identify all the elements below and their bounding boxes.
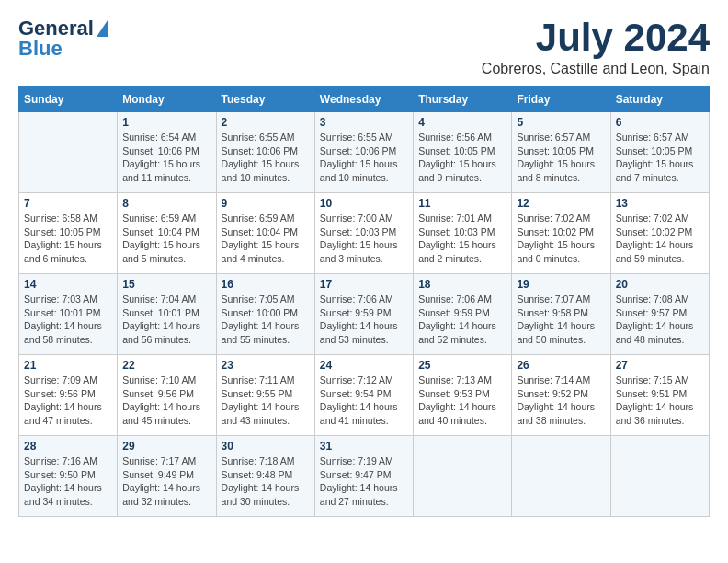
weekday-header-monday: Monday: [118, 87, 216, 112]
day-info: Sunrise: 7:05 AM Sunset: 10:00 PM Daylig…: [222, 293, 310, 347]
empty-cell: [414, 436, 512, 517]
calendar-day-cell: 26Sunrise: 7:14 AM Sunset: 9:52 PM Dayli…: [512, 355, 610, 436]
calendar-day-cell: 13Sunrise: 7:02 AM Sunset: 10:02 PM Dayl…: [610, 193, 709, 274]
calendar-day-cell: 1Sunrise: 6:54 AM Sunset: 10:06 PM Dayli…: [118, 112, 216, 193]
day-info: Sunrise: 7:06 AM Sunset: 9:59 PM Dayligh…: [320, 293, 408, 347]
day-info: Sunrise: 7:16 AM Sunset: 9:50 PM Dayligh…: [24, 454, 112, 509]
day-number: 23: [222, 359, 310, 372]
day-number: 7: [24, 197, 112, 210]
day-number: 24: [320, 359, 408, 372]
day-number: 17: [320, 278, 408, 291]
day-number: 14: [24, 278, 112, 291]
day-number: 11: [418, 197, 506, 210]
day-number: 4: [418, 116, 506, 129]
weekday-header-tuesday: Tuesday: [216, 87, 314, 112]
calendar-day-cell: 17Sunrise: 7:06 AM Sunset: 9:59 PM Dayli…: [314, 274, 413, 355]
day-number: 8: [122, 197, 210, 210]
empty-cell: [610, 436, 709, 517]
page-header: General Blue July 2024 Cobreros, Castill…: [18, 18, 710, 77]
day-info: Sunrise: 6:57 AM Sunset: 10:05 PM Daylig…: [517, 131, 605, 185]
day-number: 20: [616, 278, 704, 291]
day-number: 27: [616, 359, 704, 372]
calendar-table: SundayMondayTuesdayWednesdayThursdayFrid…: [18, 86, 710, 517]
day-info: Sunrise: 7:11 AM Sunset: 9:55 PM Dayligh…: [222, 373, 310, 428]
weekday-header-friday: Friday: [512, 87, 610, 112]
month-title: July 2024: [482, 18, 710, 57]
calendar-day-cell: 28Sunrise: 7:16 AM Sunset: 9:50 PM Dayli…: [19, 436, 118, 517]
calendar-week-row: 21Sunrise: 7:09 AM Sunset: 9:56 PM Dayli…: [19, 355, 710, 436]
logo-blue: Blue: [18, 39, 63, 59]
calendar-week-row: 7Sunrise: 6:58 AM Sunset: 10:05 PM Dayli…: [19, 193, 710, 274]
day-info: Sunrise: 6:59 AM Sunset: 10:04 PM Daylig…: [122, 212, 210, 266]
day-number: 22: [122, 359, 210, 372]
day-number: 1: [122, 116, 210, 129]
day-number: 5: [517, 116, 605, 129]
logo: General Blue: [18, 18, 108, 59]
day-info: Sunrise: 7:03 AM Sunset: 10:01 PM Daylig…: [24, 293, 112, 347]
day-info: Sunrise: 7:07 AM Sunset: 9:58 PM Dayligh…: [517, 293, 605, 347]
day-info: Sunrise: 6:56 AM Sunset: 10:05 PM Daylig…: [418, 131, 506, 185]
weekday-header-wednesday: Wednesday: [314, 87, 413, 112]
day-number: 25: [418, 359, 506, 372]
day-info: Sunrise: 7:06 AM Sunset: 9:59 PM Dayligh…: [418, 293, 506, 347]
calendar-day-cell: 2Sunrise: 6:55 AM Sunset: 10:06 PM Dayli…: [216, 112, 314, 193]
calendar-day-cell: 12Sunrise: 7:02 AM Sunset: 10:02 PM Dayl…: [512, 193, 610, 274]
calendar-day-cell: 7Sunrise: 6:58 AM Sunset: 10:05 PM Dayli…: [19, 193, 118, 274]
calendar-day-cell: 29Sunrise: 7:17 AM Sunset: 9:49 PM Dayli…: [118, 436, 216, 517]
weekday-header-thursday: Thursday: [414, 87, 512, 112]
calendar-day-cell: 15Sunrise: 7:04 AM Sunset: 10:01 PM Dayl…: [118, 274, 216, 355]
calendar-day-cell: 4Sunrise: 6:56 AM Sunset: 10:05 PM Dayli…: [414, 112, 512, 193]
calendar-week-row: 28Sunrise: 7:16 AM Sunset: 9:50 PM Dayli…: [19, 436, 710, 517]
day-info: Sunrise: 7:15 AM Sunset: 9:51 PM Dayligh…: [616, 373, 704, 428]
calendar-day-cell: 5Sunrise: 6:57 AM Sunset: 10:05 PM Dayli…: [512, 112, 610, 193]
calendar-day-cell: 24Sunrise: 7:12 AM Sunset: 9:54 PM Dayli…: [314, 355, 413, 436]
calendar-day-cell: 19Sunrise: 7:07 AM Sunset: 9:58 PM Dayli…: [512, 274, 610, 355]
logo-general: General: [18, 18, 94, 39]
calendar-day-cell: 31Sunrise: 7:19 AM Sunset: 9:47 PM Dayli…: [314, 436, 413, 517]
day-number: 16: [222, 278, 310, 291]
day-info: Sunrise: 7:19 AM Sunset: 9:47 PM Dayligh…: [320, 454, 408, 509]
empty-cell: [512, 436, 610, 517]
logo-triangle-icon: [97, 20, 108, 37]
day-number: 3: [320, 116, 408, 129]
empty-cell: [19, 112, 118, 193]
calendar-day-cell: 6Sunrise: 6:57 AM Sunset: 10:05 PM Dayli…: [610, 112, 709, 193]
calendar-week-row: 14Sunrise: 7:03 AM Sunset: 10:01 PM Dayl…: [19, 274, 710, 355]
day-info: Sunrise: 7:17 AM Sunset: 9:49 PM Dayligh…: [122, 454, 210, 509]
day-number: 13: [616, 197, 704, 210]
day-number: 6: [616, 116, 704, 129]
day-number: 12: [517, 197, 605, 210]
calendar-day-cell: 20Sunrise: 7:08 AM Sunset: 9:57 PM Dayli…: [610, 274, 709, 355]
calendar-day-cell: 25Sunrise: 7:13 AM Sunset: 9:53 PM Dayli…: [414, 355, 512, 436]
day-info: Sunrise: 7:02 AM Sunset: 10:02 PM Daylig…: [616, 212, 704, 266]
day-number: 15: [122, 278, 210, 291]
day-info: Sunrise: 7:12 AM Sunset: 9:54 PM Dayligh…: [320, 373, 408, 428]
calendar-day-cell: 22Sunrise: 7:10 AM Sunset: 9:56 PM Dayli…: [118, 355, 216, 436]
calendar-day-cell: 16Sunrise: 7:05 AM Sunset: 10:00 PM Dayl…: [216, 274, 314, 355]
day-number: 31: [320, 440, 408, 453]
day-info: Sunrise: 7:01 AM Sunset: 10:03 PM Daylig…: [418, 212, 506, 266]
day-info: Sunrise: 7:00 AM Sunset: 10:03 PM Daylig…: [320, 212, 408, 266]
day-info: Sunrise: 6:55 AM Sunset: 10:06 PM Daylig…: [320, 131, 408, 185]
day-info: Sunrise: 7:04 AM Sunset: 10:01 PM Daylig…: [122, 293, 210, 347]
weekday-header-saturday: Saturday: [610, 87, 709, 112]
day-number: 9: [222, 197, 310, 210]
location-title: Cobreros, Castille and Leon, Spain: [482, 61, 710, 77]
weekday-header-sunday: Sunday: [19, 87, 118, 112]
calendar-day-cell: 9Sunrise: 6:59 AM Sunset: 10:04 PM Dayli…: [216, 193, 314, 274]
calendar-day-cell: 27Sunrise: 7:15 AM Sunset: 9:51 PM Dayli…: [610, 355, 709, 436]
calendar-day-cell: 18Sunrise: 7:06 AM Sunset: 9:59 PM Dayli…: [414, 274, 512, 355]
day-number: 2: [222, 116, 310, 129]
day-info: Sunrise: 6:58 AM Sunset: 10:05 PM Daylig…: [24, 212, 112, 266]
day-number: 26: [517, 359, 605, 372]
day-info: Sunrise: 7:08 AM Sunset: 9:57 PM Dayligh…: [616, 293, 704, 347]
calendar-day-cell: 30Sunrise: 7:18 AM Sunset: 9:48 PM Dayli…: [216, 436, 314, 517]
title-block: July 2024 Cobreros, Castille and Leon, S…: [482, 18, 710, 77]
day-info: Sunrise: 7:02 AM Sunset: 10:02 PM Daylig…: [517, 212, 605, 266]
calendar-day-cell: 11Sunrise: 7:01 AM Sunset: 10:03 PM Dayl…: [414, 193, 512, 274]
day-info: Sunrise: 7:13 AM Sunset: 9:53 PM Dayligh…: [418, 373, 506, 428]
calendar-week-row: 1Sunrise: 6:54 AM Sunset: 10:06 PM Dayli…: [19, 112, 710, 193]
day-number: 28: [24, 440, 112, 453]
day-info: Sunrise: 7:14 AM Sunset: 9:52 PM Dayligh…: [517, 373, 605, 428]
calendar-day-cell: 23Sunrise: 7:11 AM Sunset: 9:55 PM Dayli…: [216, 355, 314, 436]
